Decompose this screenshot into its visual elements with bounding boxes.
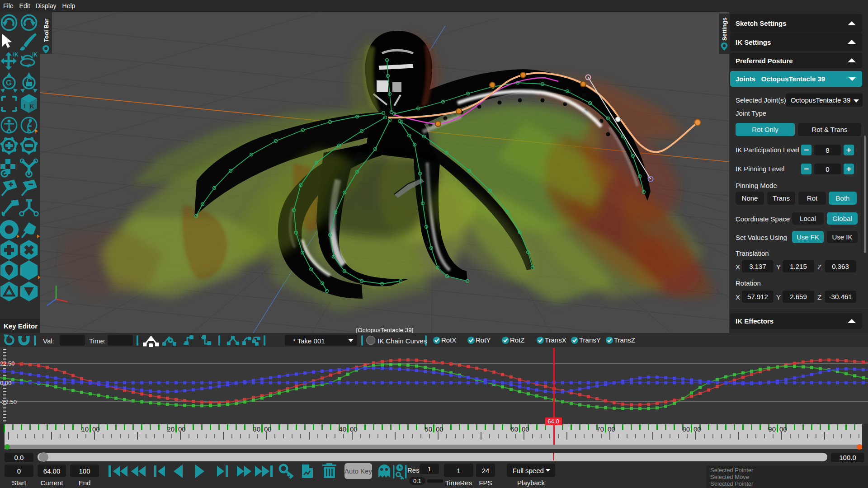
svg-text:80: 80 (682, 425, 690, 433)
svg-text:20: 20 (167, 425, 175, 433)
svg-text:-22.50: -22.50 (0, 399, 17, 405)
svg-text:I: I (24, 103, 26, 109)
svg-text:64.0: 64.0 (547, 418, 559, 425)
svg-text:RotZ: RotZ (510, 336, 525, 344)
svg-text:00: 00 (92, 425, 100, 433)
svg-text:22.50: 22.50 (0, 360, 15, 367)
svg-text:IK: IK (13, 52, 19, 58)
svg-text:00: 00 (436, 425, 443, 433)
svg-text:10: 10 (81, 425, 89, 433)
svg-text:K: K (30, 103, 34, 110)
svg-text:Settings: Settings (721, 18, 728, 41)
svg-text:RotX: RotX (441, 336, 456, 344)
svg-text:70: 70 (596, 425, 604, 433)
svg-text:00: 00 (522, 425, 529, 433)
svg-text:00: 00 (350, 425, 358, 433)
svg-text:00: 00 (178, 425, 186, 433)
svg-text:00: 00 (608, 425, 615, 433)
svg-text:G: G (6, 79, 12, 87)
svg-text:IK: IK (32, 52, 38, 58)
svg-text:0.00: 0.00 (0, 380, 11, 386)
svg-text:TransZ: TransZ (614, 336, 635, 344)
svg-text:Tool Bar: Tool Bar (43, 19, 50, 42)
svg-text:TransY: TransY (579, 336, 601, 344)
svg-text:RotY: RotY (476, 336, 491, 344)
svg-text:60: 60 (510, 425, 518, 433)
svg-text:TransX: TransX (545, 336, 566, 344)
svg-text:90: 90 (768, 425, 776, 433)
svg-text:40: 40 (339, 425, 346, 433)
svg-text:00: 00 (779, 425, 787, 433)
svg-text:00: 00 (264, 425, 272, 433)
svg-text:00: 00 (693, 425, 701, 433)
svg-text:[OctopusTentacle 39]: [OctopusTentacle 39] (356, 327, 414, 333)
svg-text:30: 30 (253, 425, 260, 433)
svg-text:50: 50 (425, 425, 432, 433)
